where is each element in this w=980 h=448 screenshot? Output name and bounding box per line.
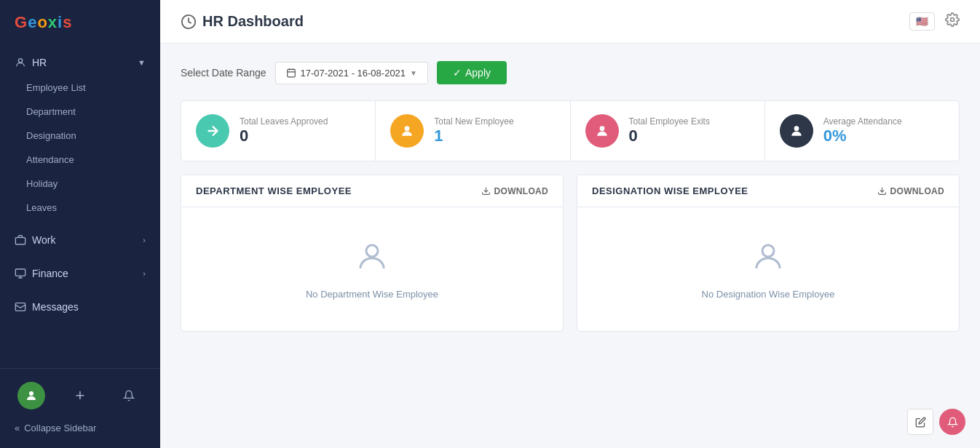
finance-chevron-icon: ›: [143, 269, 146, 278]
svg-rect-2: [15, 269, 25, 276]
sidebar-item-department[interactable]: Department: [0, 100, 160, 124]
edit-button[interactable]: [907, 409, 933, 435]
desig-section-body: No Designation Wise Employee: [577, 207, 959, 331]
svg-point-10: [794, 126, 799, 131]
desig-download-label: DOWNLOAD: [890, 186, 944, 196]
stat-label-exits: Total Employee Exits: [629, 116, 710, 127]
briefcase-icon: [15, 234, 26, 246]
language-button[interactable]: 🇺🇸: [909, 12, 935, 31]
logo: Geoxis: [0, 0, 160, 42]
svg-point-9: [599, 126, 604, 131]
main-content: HR Dashboard 🇺🇸 Select Date Range 17-07-…: [160, 0, 980, 448]
panels-row: DEPARTMENT WISE EMPLOYEE DOWNLOAD No Dep…: [181, 175, 960, 332]
desig-download-button[interactable]: DOWNLOAD: [877, 186, 944, 196]
page-title-group: HR Dashboard: [181, 13, 304, 30]
sidebar-section-work: Work ›: [0, 220, 160, 253]
filter-row: Select Date Range 17-07-2021 - 16-08-202…: [181, 61, 960, 84]
logo-letter-e: e: [28, 13, 37, 31]
mail-icon: [15, 301, 26, 313]
hr-section-label: HR: [32, 57, 47, 68]
sidebar: Geoxis HR ▼ Employee List Department Des…: [0, 0, 160, 448]
hr-section-title-group: HR: [15, 57, 47, 68]
sidebar-item-attendance[interactable]: Attendance: [0, 148, 160, 172]
collapse-label: Collapse Sidebar: [24, 423, 96, 433]
collapse-sidebar-button[interactable]: « Collapse Sidebar: [0, 415, 160, 441]
dept-empty-text: No Department Wise Employee: [306, 289, 438, 300]
bell-icon: [123, 390, 135, 401]
sidebar-section-finance: Finance ›: [0, 253, 160, 287]
topbar: HR Dashboard 🇺🇸: [160, 0, 980, 44]
stat-icon-exits: [585, 114, 619, 148]
apply-button[interactable]: ✓ Apply: [437, 61, 507, 84]
stat-card-attendance: Average Attendance 0%: [765, 101, 959, 161]
sidebar-section-messages: Messages: [0, 287, 160, 320]
stat-value-leaves: 0: [240, 127, 328, 145]
stat-label-new-employee: Total New Employee: [434, 116, 513, 127]
finance-section-title-group: Finance: [15, 268, 68, 279]
bell-action-icon: [947, 417, 958, 428]
stats-cards-row: Total Leaves Approved 0 Total New Employ…: [181, 100, 960, 161]
desig-person-icon: [751, 239, 786, 274]
content-area: Select Date Range 17-07-2021 - 16-08-202…: [160, 44, 980, 448]
bottom-icons-row: +: [0, 376, 160, 415]
dept-download-button[interactable]: DOWNLOAD: [481, 186, 548, 196]
logo-letter-o: o: [37, 13, 47, 31]
stat-card-exits: Total Employee Exits 0: [571, 101, 765, 161]
svg-rect-7: [287, 69, 295, 77]
dashboard-icon: [181, 14, 197, 30]
desig-panel: DESIGNATION WISE EMPLOYEE DOWNLOAD No De…: [577, 175, 960, 332]
stat-label-leaves: Total Leaves Approved: [240, 116, 328, 127]
logo-letter-s: s: [63, 13, 72, 31]
sidebar-section-work-header[interactable]: Work ›: [0, 227, 160, 253]
sidebar-item-employee-list[interactable]: Employee List: [0, 76, 160, 100]
avatar-icon: [25, 389, 38, 402]
stat-card-new-employee: Total New Employee 1: [376, 101, 570, 161]
date-range-value: 17-07-2021 - 16-08-2021: [301, 68, 406, 79]
work-section-label: Work: [32, 234, 55, 246]
person-icon-orange: [400, 124, 414, 138]
stat-info-new-employee: Total New Employee 1: [434, 116, 513, 145]
apply-label: Apply: [465, 67, 491, 79]
collapse-arrow-icon: «: [15, 423, 20, 433]
logo-letter-g: G: [15, 13, 28, 31]
checkmark-icon: ✓: [453, 67, 462, 79]
sidebar-item-leaves[interactable]: Leaves: [0, 196, 160, 220]
sidebar-bottom: + « Collapse Sidebar: [0, 368, 160, 448]
sidebar-section-hr-header[interactable]: HR ▼: [0, 49, 160, 76]
add-button[interactable]: +: [66, 382, 94, 409]
desig-section-card: DESIGNATION WISE EMPLOYEE DOWNLOAD No De…: [577, 175, 960, 332]
desig-section-title: DESIGNATION WISE EMPLOYEE: [592, 185, 748, 196]
user-icon: [15, 57, 26, 68]
download-icon-desig: [877, 186, 887, 196]
svg-rect-3: [15, 303, 25, 311]
gear-icon: [945, 12, 960, 27]
date-range-picker[interactable]: 17-07-2021 - 16-08-2021 ▼: [275, 62, 428, 84]
svg-point-6: [951, 18, 955, 22]
sidebar-item-holiday[interactable]: Holiday: [0, 172, 160, 196]
sidebar-section-hr: HR ▼ Employee List Department Designatio…: [0, 42, 160, 220]
download-icon-dept: [481, 186, 491, 196]
calendar-icon: [286, 68, 296, 78]
stat-icon-attendance: [780, 114, 813, 148]
messages-section-title-group: Messages: [15, 301, 79, 313]
stat-value-exits: 0: [629, 127, 710, 145]
svg-point-0: [18, 59, 22, 63]
hr-chevron-icon: ▼: [138, 58, 146, 67]
stat-info-exits: Total Employee Exits 0: [629, 116, 710, 145]
sidebar-nav: HR ▼ Employee List Department Designatio…: [0, 42, 160, 368]
dept-download-label: DOWNLOAD: [494, 186, 548, 196]
dept-section-title: DEPARTMENT WISE EMPLOYEE: [196, 185, 352, 196]
user-avatar[interactable]: [17, 382, 45, 409]
monitor-icon: [15, 268, 26, 279]
sidebar-section-finance-header[interactable]: Finance ›: [0, 260, 160, 287]
svg-point-12: [366, 245, 378, 257]
dropdown-arrow-icon: ▼: [410, 69, 417, 77]
settings-button[interactable]: [945, 12, 960, 31]
notification-action-button[interactable]: [939, 409, 965, 435]
arrow-up-right-icon: [205, 123, 221, 139]
flag-icon: 🇺🇸: [916, 16, 928, 27]
sidebar-section-messages-header[interactable]: Messages: [0, 294, 160, 320]
notification-bell-button[interactable]: [115, 382, 143, 409]
person-icon-dark: [789, 124, 804, 138]
sidebar-item-designation[interactable]: Designation: [0, 124, 160, 148]
